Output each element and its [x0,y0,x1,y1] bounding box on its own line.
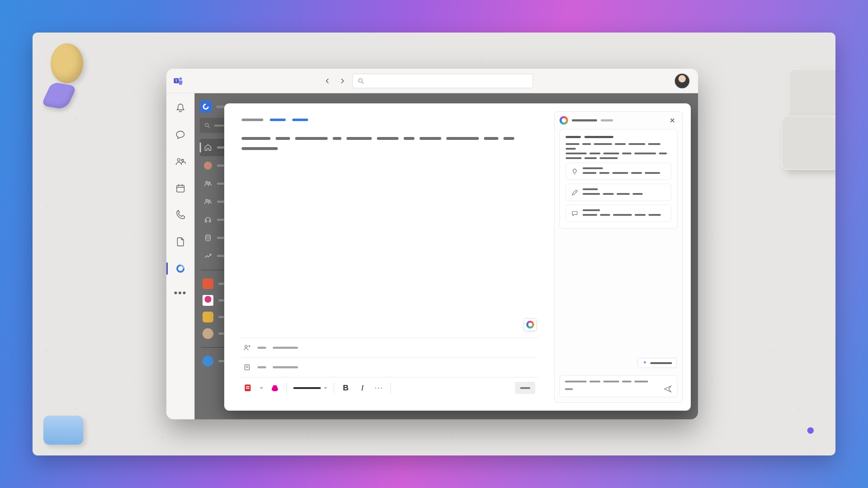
copilot-icon [526,321,534,329]
close-icon [669,117,675,123]
document-body[interactable] [242,137,537,150]
title-bar: T [166,69,698,93]
copilot-input[interactable] [559,375,677,397]
send-button[interactable] [515,382,535,394]
svg-line-12 [208,127,210,128]
app-tile-icon [203,295,213,306]
crumb-1[interactable] [242,119,263,121]
lightbulb-icon [571,168,578,175]
copilot-panel [554,111,683,403]
copilot-icon [559,116,568,125]
rail-more[interactable]: ••• [174,287,187,299]
highlight-button[interactable] [270,383,280,393]
bold-button[interactable]: B [341,383,351,393]
svg-point-18 [245,345,247,347]
home-icon [204,144,212,151]
decor-sphere [51,43,83,83]
avatar-icon [204,162,212,170]
calendar-icon [175,183,186,194]
loop-icon [175,263,186,274]
svg-point-5 [177,159,180,162]
copilot-suggestion-2[interactable] [566,184,671,201]
decor-cards [781,69,835,199]
self-avatar[interactable] [674,73,690,89]
svg-point-17 [206,235,210,237]
search-icon [204,122,210,129]
database-icon [204,234,212,242]
rail-files[interactable] [171,234,190,250]
component-menu[interactable] [243,383,253,393]
svg-point-11 [205,123,208,127]
notes-icon [243,363,251,371]
decor-cylinder [43,416,83,445]
app-tile-icon [203,278,213,289]
people-icon [175,156,186,167]
chat-icon [175,129,186,140]
crumb-3[interactable] [292,119,308,121]
document-editor: B I ··· [224,103,554,411]
svg-point-2 [179,77,182,80]
bell-icon [175,103,186,114]
svg-line-4 [362,82,364,84]
svg-rect-24 [246,388,249,389]
chatbubble-icon [571,210,578,217]
rail-teams[interactable] [171,153,190,170]
chevron-down-icon[interactable] [260,386,263,390]
avatar-icon [203,328,213,339]
close-button[interactable] [667,115,677,125]
svg-rect-23 [246,386,249,387]
breadcrumb[interactable] [242,119,537,121]
notes-field[interactable] [242,358,537,377]
headset-icon [204,216,212,224]
sparkle-icon [642,360,647,365]
chevron-down-icon [324,386,327,390]
stage: B I ··· [195,93,698,419]
send-icon[interactable] [663,385,672,393]
rail-chat[interactable] [171,127,190,143]
search-input[interactable] [352,74,533,88]
svg-point-15 [206,200,208,202]
copilot-regenerate[interactable] [638,358,677,368]
teams-window: T [166,69,698,419]
copilot-fab[interactable] [524,318,537,331]
copilot-intro-card [559,129,677,229]
teams-logo-icon: T [173,76,184,86]
decor-cursor [41,82,77,110]
nav-back-icon[interactable] [325,78,331,84]
copilot-suggestion-1[interactable] [566,163,671,180]
copilot-suggestion-3[interactable] [566,205,671,222]
crumb-2[interactable] [270,119,286,121]
decor-dot [807,427,814,434]
attendees-icon [243,344,251,352]
app-tile-icon [203,312,213,322]
italic-button[interactable]: I [357,383,367,393]
trend-icon [204,252,212,260]
rail-loop[interactable] [171,260,190,277]
svg-point-13 [206,181,208,184]
pencil-icon [571,189,578,196]
attendees-field[interactable] [242,338,537,358]
loop-app-icon [200,100,212,113]
rail-calls[interactable] [171,207,190,223]
document-card: B I ··· [224,103,691,411]
toolbar-more[interactable]: ··· [374,383,384,393]
svg-rect-19 [245,365,250,370]
font-picker[interactable] [293,386,327,390]
people-icon [204,198,212,206]
search-icon [358,78,364,84]
app-rail: ••• [166,93,195,419]
svg-point-6 [181,159,183,161]
phone-icon [175,210,186,221]
svg-point-3 [359,78,362,82]
svg-point-16 [208,200,210,202]
svg-point-14 [208,182,210,184]
copilot-subtitle [601,119,613,121]
nav-forward-icon[interactable] [339,78,345,84]
file-icon [175,236,186,247]
svg-rect-7 [176,185,184,192]
rail-activity[interactable] [171,100,190,116]
copilot-title [572,119,597,121]
people-icon [204,180,212,188]
app-tile-icon [203,356,213,367]
rail-calendar[interactable] [171,180,190,197]
